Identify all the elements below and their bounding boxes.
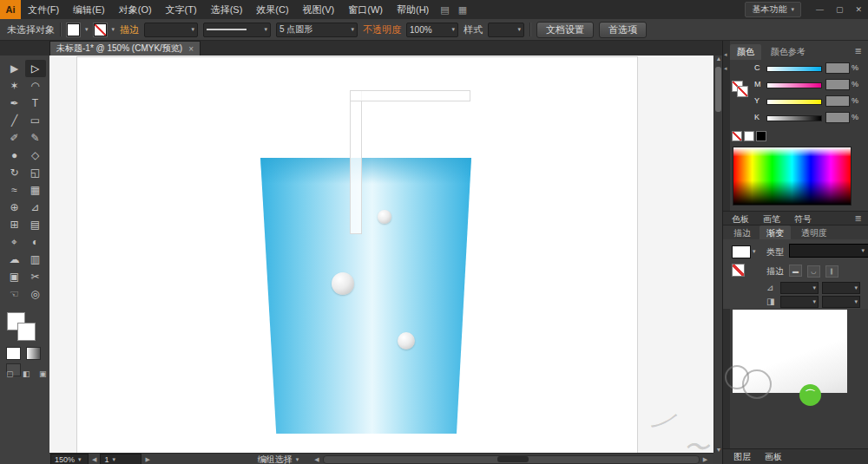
fullscreen-menu-mode-button[interactable]: ◧ <box>20 369 33 378</box>
gradient-aspect-input[interactable]: ▾ <box>822 282 860 294</box>
tab-color[interactable]: 颜色 <box>730 44 761 60</box>
stroke-proxy-swatch[interactable] <box>17 323 36 341</box>
horizontal-scrollbar[interactable] <box>323 455 700 464</box>
tab-color-guide[interactable]: 颜色参考 <box>764 44 812 60</box>
document-layout-icon[interactable]: ▦ <box>454 4 471 16</box>
paintbrush-tool[interactable]: ✐ <box>4 129 25 147</box>
horizontal-scroll-thumb[interactable] <box>497 456 529 462</box>
menu-edit[interactable]: 编辑(E) <box>66 0 112 19</box>
mesh-tool[interactable]: ⊞ <box>4 216 25 233</box>
chevron-down-icon[interactable]: ▾ <box>85 26 89 33</box>
prev-artboard-button[interactable]: ◀ <box>89 456 100 463</box>
arrange-documents-icon[interactable]: ▤ <box>436 4 453 16</box>
cup-artwork[interactable] <box>260 158 471 434</box>
stroke-across-button[interactable]: ∥ <box>825 265 838 278</box>
panel-stroke-proxy[interactable] <box>737 86 748 97</box>
hand-tool[interactable]: ☜ <box>4 285 25 303</box>
gradient-tool[interactable]: ▤ <box>25 216 46 233</box>
close-tab-icon[interactable]: × <box>188 44 194 54</box>
width-tool[interactable]: ≈ <box>4 181 25 199</box>
style-combo[interactable]: ▾ <box>488 23 524 37</box>
panel-menu-icon[interactable]: ≣ <box>855 46 862 56</box>
tab-swatches[interactable]: 色板 <box>732 213 749 225</box>
tab-artboards[interactable]: 画板 <box>765 451 782 463</box>
yellow-slider[interactable] <box>766 99 822 105</box>
gradient-mode-button[interactable] <box>26 347 41 360</box>
bubble-medium[interactable] <box>398 332 415 350</box>
slice-tool[interactable]: ✂ <box>25 268 46 285</box>
tab-layers[interactable]: 图层 <box>733 451 751 463</box>
opacity-combo[interactable]: 100% ▾ <box>406 23 458 37</box>
straw-horizontal-segment[interactable] <box>350 90 470 101</box>
tab-brushes[interactable]: 画笔 <box>763 213 780 225</box>
menu-help[interactable]: 帮助(H) <box>390 0 436 19</box>
minimize-button[interactable]: — <box>810 5 830 14</box>
document-setup-button[interactable]: 文档设置 <box>536 22 594 38</box>
menu-select[interactable]: 选择(S) <box>204 0 250 19</box>
next-artboard-button[interactable]: ▶ <box>141 456 153 463</box>
black-slider[interactable] <box>766 115 822 121</box>
gradient-fill-swatch[interactable] <box>732 245 751 258</box>
direct-selection-tool[interactable]: ▷ <box>25 60 46 77</box>
stroke-within-button[interactable]: ▬ <box>789 265 802 277</box>
gradient-location-input[interactable]: ▾ <box>780 296 819 308</box>
scroll-left-icon[interactable]: ◀ <box>311 456 322 463</box>
menu-effect[interactable]: 效果(C) <box>249 0 295 19</box>
perspective-grid-tool[interactable]: ⊿ <box>25 199 46 216</box>
black-swatch[interactable] <box>756 131 766 141</box>
menu-type[interactable]: 文字(T) <box>159 0 204 19</box>
panel-menu-icon[interactable]: ≣ <box>855 213 862 223</box>
stroke-panel-link[interactable]: 描边 <box>120 23 139 36</box>
rectangle-tool[interactable]: ▭ <box>25 112 46 129</box>
column-graph-tool[interactable]: ▥ <box>25 251 46 268</box>
chevron-down-icon[interactable]: ▾ <box>753 248 756 255</box>
menu-file[interactable]: 文件(F) <box>21 0 66 19</box>
opacity-panel-link[interactable]: 不透明度 <box>363 23 401 36</box>
normal-screen-mode-button[interactable]: ▢ <box>3 369 16 378</box>
close-button[interactable]: ✕ <box>849 5 868 14</box>
stroke-along-button[interactable]: ◡ <box>807 265 820 278</box>
rotate-tool[interactable]: ↻ <box>4 164 25 181</box>
vertical-scroll-thumb[interactable] <box>715 67 721 112</box>
free-transform-tool[interactable]: ▦ <box>25 181 46 199</box>
blob-brush-tool[interactable]: ● <box>4 147 25 164</box>
magenta-slider[interactable] <box>766 82 822 88</box>
artboard-tool[interactable]: ▣ <box>4 268 25 285</box>
zoom-tool[interactable]: ◎ <box>25 285 46 303</box>
pencil-tool[interactable]: ✎ <box>25 129 46 147</box>
stroke-color-swatch[interactable] <box>94 23 107 36</box>
blend-tool[interactable]: ◐ <box>25 233 46 251</box>
shape-builder-tool[interactable]: ⊕ <box>4 199 25 216</box>
fill-color-swatch[interactable] <box>67 23 80 36</box>
brush-definition-combo[interactable]: 5 点圆形 ▾ <box>276 23 358 37</box>
magic-wand-tool[interactable]: ✶ <box>4 77 25 95</box>
straw-vertical-segment[interactable] <box>350 90 362 234</box>
tab-symbols[interactable]: 符号 <box>794 213 812 225</box>
stroke-weight-combo[interactable]: ▾ <box>144 23 198 37</box>
fullscreen-mode-button[interactable]: ▣ <box>36 369 49 378</box>
eyedropper-tool[interactable]: ⌖ <box>4 233 25 251</box>
gradient-stroke-proxy[interactable] <box>732 264 745 277</box>
white-swatch[interactable] <box>744 131 754 141</box>
width-profile-combo[interactable]: ▾ <box>203 23 271 37</box>
collapse-panel-icon[interactable]: ◂ <box>724 65 727 72</box>
pen-tool[interactable]: ✒ <box>4 95 25 112</box>
scale-tool[interactable]: ◱ <box>25 164 46 181</box>
magenta-value-input[interactable] <box>825 79 850 90</box>
type-tool[interactable]: T <box>25 95 46 112</box>
bubble-small[interactable] <box>378 210 391 224</box>
bubble-large[interactable] <box>332 272 354 295</box>
color-mode-button[interactable] <box>6 347 21 360</box>
yellow-value-input[interactable] <box>825 95 850 107</box>
workspace-switcher[interactable]: 基本功能 ▾ <box>745 2 801 17</box>
menu-object[interactable]: 对象(O) <box>112 0 159 19</box>
eraser-tool[interactable]: ◇ <box>25 147 46 164</box>
gradient-type-dropdown[interactable]: ▾ <box>789 244 868 258</box>
line-segment-tool[interactable]: ╱ <box>4 112 25 129</box>
selection-tool[interactable]: ▶ <box>4 60 25 77</box>
color-spectrum[interactable] <box>733 147 852 206</box>
chevron-down-icon[interactable]: ▾ <box>293 456 303 463</box>
preferences-button[interactable]: 首选项 <box>599 22 647 38</box>
restore-button[interactable]: ▢ <box>830 5 850 14</box>
lasso-tool[interactable]: ◠ <box>25 77 46 95</box>
